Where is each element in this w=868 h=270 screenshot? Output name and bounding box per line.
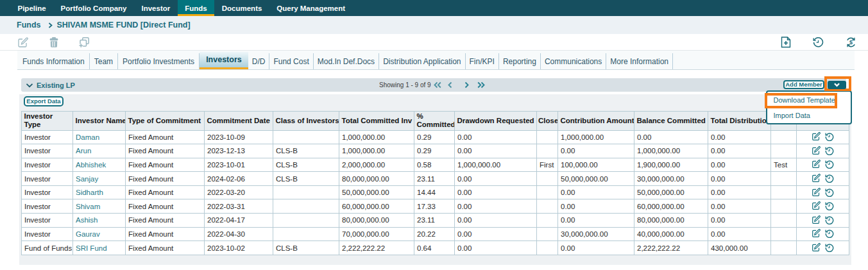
svg-text:$: $ <box>849 39 853 46</box>
